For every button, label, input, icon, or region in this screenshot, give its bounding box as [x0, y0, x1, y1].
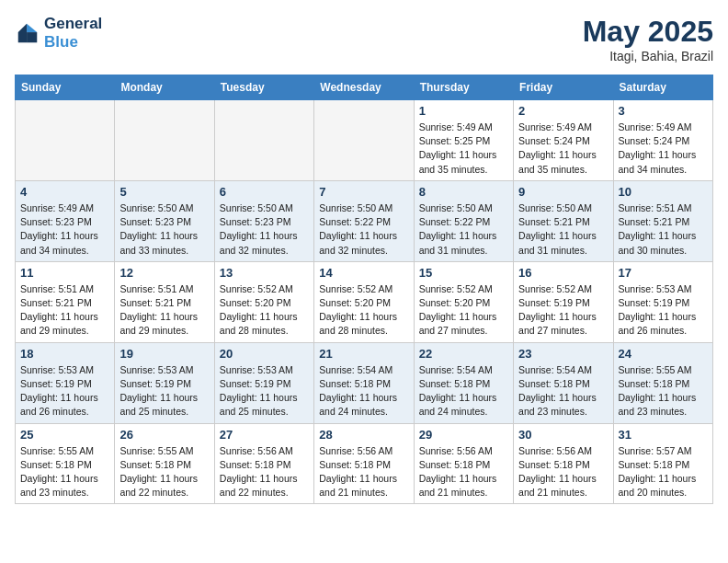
day-number: 7 [319, 185, 408, 199]
day-number: 19 [119, 347, 209, 361]
day-number: 25 [20, 428, 109, 442]
day-number: 31 [619, 428, 708, 442]
calendar-cell: 8Sunrise: 5:50 AM Sunset: 5:22 PM Daylig… [414, 180, 513, 261]
day-info: Sunrise: 5:55 AM Sunset: 5:18 PM Dayligh… [619, 363, 708, 419]
day-number: 20 [220, 347, 309, 361]
calendar-cell: 1Sunrise: 5:49 AM Sunset: 5:25 PM Daylig… [414, 100, 513, 181]
day-number: 29 [419, 428, 508, 442]
calendar-cell: 12Sunrise: 5:51 AM Sunset: 5:21 PM Dayli… [115, 261, 214, 342]
day-number: 30 [518, 428, 608, 442]
day-info: Sunrise: 5:53 AM Sunset: 5:19 PM Dayligh… [220, 363, 309, 419]
day-info: Sunrise: 5:54 AM Sunset: 5:18 PM Dayligh… [319, 363, 408, 419]
day-number: 8 [419, 185, 508, 199]
calendar-cell [314, 100, 414, 181]
calendar-cell: 19Sunrise: 5:53 AM Sunset: 5:19 PM Dayli… [115, 342, 214, 423]
day-info: Sunrise: 5:50 AM Sunset: 5:22 PM Dayligh… [419, 201, 508, 258]
header-wednesday: Wednesday [314, 75, 414, 100]
day-info: Sunrise: 5:52 AM Sunset: 5:20 PM Dayligh… [319, 282, 408, 339]
day-number: 4 [20, 185, 109, 199]
calendar-cell: 10Sunrise: 5:51 AM Sunset: 5:21 PM Dayli… [613, 180, 712, 261]
day-number: 9 [518, 185, 608, 199]
day-info: Sunrise: 5:56 AM Sunset: 5:18 PM Dayligh… [220, 444, 309, 500]
day-info: Sunrise: 5:51 AM Sunset: 5:21 PM Dayligh… [619, 201, 708, 258]
day-info: Sunrise: 5:50 AM Sunset: 5:21 PM Dayligh… [518, 201, 608, 258]
svg-marker-1 [27, 32, 37, 42]
day-info: Sunrise: 5:49 AM Sunset: 5:24 PM Dayligh… [619, 121, 708, 177]
calendar-cell: 2Sunrise: 5:49 AM Sunset: 5:24 PM Daylig… [514, 100, 613, 181]
day-number: 22 [419, 347, 508, 361]
svg-marker-0 [27, 23, 37, 31]
header-tuesday: Tuesday [214, 75, 313, 100]
header-friday: Friday [514, 75, 613, 100]
calendar-cell: 11Sunrise: 5:51 AM Sunset: 5:21 PM Dayli… [16, 261, 115, 342]
calendar-cell [115, 100, 214, 181]
calendar-cell: 13Sunrise: 5:52 AM Sunset: 5:20 PM Dayli… [214, 261, 313, 342]
calendar-cell [16, 100, 115, 181]
header-thursday: Thursday [414, 75, 513, 100]
header-row: SundayMondayTuesdayWednesdayThursdayFrid… [16, 75, 713, 100]
header-monday: Monday [115, 75, 214, 100]
day-info: Sunrise: 5:50 AM Sunset: 5:22 PM Dayligh… [319, 201, 408, 258]
day-number: 13 [220, 266, 309, 280]
page-header: General Blue May 2025 Itagi, Bahia, Braz… [15, 15, 713, 63]
calendar-cell: 22Sunrise: 5:54 AM Sunset: 5:18 PM Dayli… [414, 342, 513, 423]
day-number: 21 [319, 347, 408, 361]
day-number: 24 [619, 347, 708, 361]
day-info: Sunrise: 5:57 AM Sunset: 5:18 PM Dayligh… [619, 444, 708, 500]
day-info: Sunrise: 5:52 AM Sunset: 5:19 PM Dayligh… [518, 282, 608, 339]
calendar-cell: 26Sunrise: 5:55 AM Sunset: 5:18 PM Dayli… [115, 423, 214, 504]
calendar-cell: 31Sunrise: 5:57 AM Sunset: 5:18 PM Dayli… [613, 423, 712, 504]
svg-marker-2 [18, 23, 27, 42]
day-info: Sunrise: 5:54 AM Sunset: 5:18 PM Dayligh… [518, 363, 608, 419]
calendar-cell: 24Sunrise: 5:55 AM Sunset: 5:18 PM Dayli… [613, 342, 712, 423]
day-info: Sunrise: 5:53 AM Sunset: 5:19 PM Dayligh… [619, 282, 708, 339]
day-info: Sunrise: 5:55 AM Sunset: 5:18 PM Dayligh… [119, 444, 209, 500]
day-info: Sunrise: 5:55 AM Sunset: 5:18 PM Dayligh… [20, 444, 109, 500]
day-info: Sunrise: 5:53 AM Sunset: 5:19 PM Dayligh… [20, 363, 109, 419]
calendar-cell: 5Sunrise: 5:50 AM Sunset: 5:23 PM Daylig… [115, 180, 214, 261]
day-number: 3 [619, 104, 708, 118]
day-number: 17 [619, 266, 708, 280]
day-info: Sunrise: 5:50 AM Sunset: 5:23 PM Dayligh… [220, 201, 309, 258]
calendar-cell: 21Sunrise: 5:54 AM Sunset: 5:18 PM Dayli… [314, 342, 414, 423]
calendar-cell: 7Sunrise: 5:50 AM Sunset: 5:22 PM Daylig… [314, 180, 414, 261]
day-number: 16 [518, 266, 608, 280]
header-saturday: Saturday [613, 75, 712, 100]
day-number: 2 [518, 104, 608, 118]
day-number: 27 [220, 428, 309, 442]
day-number: 6 [220, 185, 309, 199]
day-number: 28 [319, 428, 408, 442]
day-info: Sunrise: 5:51 AM Sunset: 5:21 PM Dayligh… [20, 282, 109, 339]
logo: General Blue [15, 15, 102, 51]
calendar-cell: 14Sunrise: 5:52 AM Sunset: 5:20 PM Dayli… [314, 261, 414, 342]
calendar-cell: 20Sunrise: 5:53 AM Sunset: 5:19 PM Dayli… [214, 342, 313, 423]
calendar-cell: 29Sunrise: 5:56 AM Sunset: 5:18 PM Dayli… [414, 423, 513, 504]
calendar-row-3: 11Sunrise: 5:51 AM Sunset: 5:21 PM Dayli… [16, 261, 713, 342]
calendar-cell [214, 100, 313, 181]
day-info: Sunrise: 5:50 AM Sunset: 5:23 PM Dayligh… [119, 201, 209, 258]
day-info: Sunrise: 5:51 AM Sunset: 5:21 PM Dayligh… [119, 282, 209, 339]
header-sunday: Sunday [16, 75, 115, 100]
calendar-cell: 23Sunrise: 5:54 AM Sunset: 5:18 PM Dayli… [514, 342, 613, 423]
day-number: 15 [419, 266, 508, 280]
calendar-cell: 27Sunrise: 5:56 AM Sunset: 5:18 PM Dayli… [214, 423, 313, 504]
day-number: 18 [20, 347, 109, 361]
day-info: Sunrise: 5:56 AM Sunset: 5:18 PM Dayligh… [419, 444, 508, 500]
calendar-cell: 4Sunrise: 5:49 AM Sunset: 5:23 PM Daylig… [16, 180, 115, 261]
day-info: Sunrise: 5:56 AM Sunset: 5:18 PM Dayligh… [518, 444, 608, 500]
calendar-row-4: 18Sunrise: 5:53 AM Sunset: 5:19 PM Dayli… [16, 342, 713, 423]
location: Itagi, Bahia, Brazil [583, 49, 713, 63]
calendar-row-5: 25Sunrise: 5:55 AM Sunset: 5:18 PM Dayli… [16, 423, 713, 504]
day-number: 10 [619, 185, 708, 199]
calendar-table: SundayMondayTuesdayWednesdayThursdayFrid… [15, 75, 713, 504]
calendar-cell: 3Sunrise: 5:49 AM Sunset: 5:24 PM Daylig… [613, 100, 712, 181]
day-info: Sunrise: 5:54 AM Sunset: 5:18 PM Dayligh… [419, 363, 508, 419]
logo-text: General Blue [44, 15, 102, 51]
day-number: 5 [119, 185, 209, 199]
day-info: Sunrise: 5:49 AM Sunset: 5:23 PM Dayligh… [20, 201, 109, 258]
day-info: Sunrise: 5:49 AM Sunset: 5:25 PM Dayligh… [419, 121, 508, 177]
logo-icon [15, 20, 40, 46]
calendar-cell: 6Sunrise: 5:50 AM Sunset: 5:23 PM Daylig… [214, 180, 313, 261]
day-number: 23 [518, 347, 608, 361]
day-number: 12 [119, 266, 209, 280]
